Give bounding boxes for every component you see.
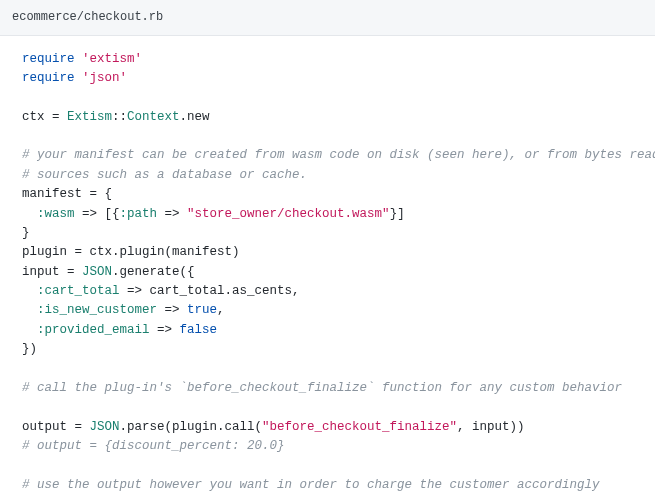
code-text: input = — [22, 265, 82, 279]
keyword-require: require — [22, 52, 75, 66]
constant: JSON — [90, 420, 120, 434]
symbol: :wasm — [37, 207, 75, 221]
file-path: ecommerce/checkout.rb — [12, 10, 163, 24]
file-path-header: ecommerce/checkout.rb — [0, 0, 655, 36]
symbol: :cart_total — [37, 284, 120, 298]
code-text: => — [157, 207, 187, 221]
code-text: , — [217, 303, 225, 317]
code-text: => — [157, 303, 187, 317]
code-text: .generate({ — [112, 265, 195, 279]
constant: JSON — [82, 265, 112, 279]
code-text — [22, 284, 37, 298]
code-text: plugin = ctx.plugin(manifest) — [22, 245, 240, 259]
code-text: }) — [22, 342, 37, 356]
comment: # use the output however you want in ord… — [22, 478, 600, 492]
code-text: output = — [22, 420, 90, 434]
comment: # call the plug-in's `before_checkout_fi… — [22, 381, 622, 395]
string-literal: "store_owner/checkout.wasm" — [187, 207, 390, 221]
comment: # sources such as a database or cache. — [22, 168, 307, 182]
code-text: , input)) — [457, 420, 525, 434]
string-literal: 'json' — [82, 71, 127, 85]
code-text: => — [150, 323, 180, 337]
code-text: } — [22, 226, 30, 240]
string-literal: "before_checkout_finalize" — [262, 420, 457, 434]
constant: Context — [127, 110, 180, 124]
code-block: require 'extism' require 'json' ctx = Ex… — [0, 36, 655, 502]
symbol: :provided_email — [37, 323, 150, 337]
code-text: => cart_total.as_cents, — [120, 284, 300, 298]
keyword-false: false — [180, 323, 218, 337]
code-text: :: — [112, 110, 127, 124]
keyword-require: require — [22, 71, 75, 85]
code-text: manifest = { — [22, 187, 112, 201]
comment: # output = {discount_percent: 20.0} — [22, 439, 285, 453]
code-text — [22, 323, 37, 337]
comment: # your manifest can be created from wasm… — [22, 148, 655, 162]
symbol: :path — [120, 207, 158, 221]
code-text — [22, 207, 37, 221]
code-text: .new — [180, 110, 210, 124]
code-text: }] — [390, 207, 405, 221]
code-text: ctx = — [22, 110, 67, 124]
constant: Extism — [67, 110, 112, 124]
symbol: :is_new_customer — [37, 303, 157, 317]
keyword-true: true — [187, 303, 217, 317]
code-text: .parse(plugin.call( — [120, 420, 263, 434]
string-literal: 'extism' — [82, 52, 142, 66]
code-text: => [{ — [75, 207, 120, 221]
code-text — [22, 303, 37, 317]
